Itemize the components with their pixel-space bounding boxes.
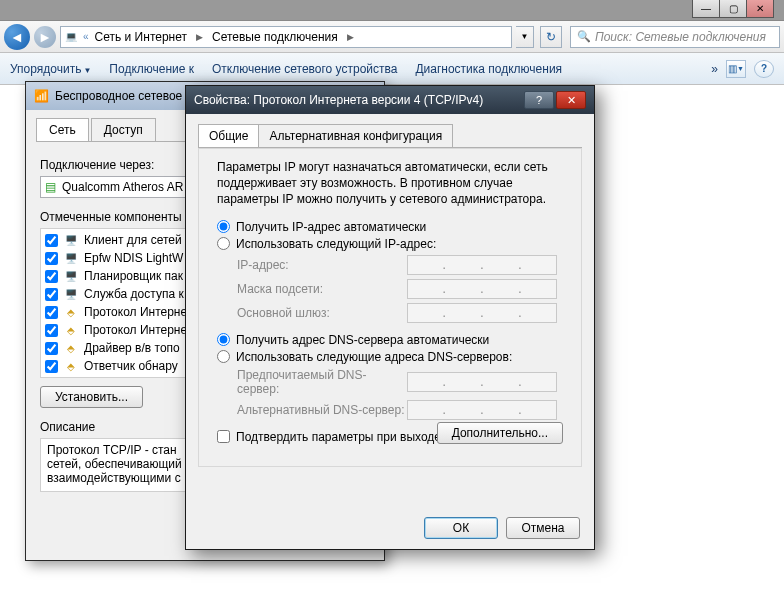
radio[interactable] xyxy=(217,220,230,233)
toolbar-overflow[interactable]: » xyxy=(711,62,718,76)
tabs: Общие Альтернативная конфигурация xyxy=(198,124,582,148)
dns2-label: Альтернативный DNS-сервер: xyxy=(237,403,407,417)
tab-alternative[interactable]: Альтернативная конфигурация xyxy=(258,124,453,147)
client-icon: 🖥️ xyxy=(64,233,78,247)
checkbox[interactable] xyxy=(45,252,58,265)
organize-menu[interactable]: Упорядочить▼ xyxy=(10,62,91,76)
advanced-button[interactable]: Дополнительно... xyxy=(437,422,563,444)
install-button[interactable]: Установить... xyxy=(40,386,143,408)
maximize-button[interactable]: ▢ xyxy=(719,0,747,18)
protocol-icon: ⬘ xyxy=(64,305,78,319)
dns1-input: ... xyxy=(407,372,557,392)
diagnose-button[interactable]: Диагностика подключения xyxy=(415,62,562,76)
forward-button[interactable]: ► xyxy=(34,26,56,48)
gateway-label: Основной шлюз: xyxy=(237,306,407,320)
radio[interactable] xyxy=(217,237,230,250)
dialog-title: Свойства: Протокол Интернета версии 4 (T… xyxy=(194,93,483,107)
adapter-name: Qualcomm Atheros AR xyxy=(62,180,183,194)
ip-auto-radio[interactable]: Получить IP-адрес автоматически xyxy=(217,220,563,234)
checkbox[interactable] xyxy=(45,288,58,301)
breadcrumb[interactable]: Сеть и Интернет xyxy=(95,30,187,44)
protocol-icon: ⬘ xyxy=(64,323,78,337)
dns-manual-radio[interactable]: Использовать следующие адреса DNS-сервер… xyxy=(217,350,563,364)
breadcrumb[interactable]: Сетевые подключения xyxy=(212,30,338,44)
checkbox[interactable] xyxy=(45,270,58,283)
checkbox[interactable] xyxy=(45,324,58,337)
checkbox[interactable] xyxy=(45,234,58,247)
help-icon[interactable]: ? xyxy=(754,60,774,78)
minimize-button[interactable]: — xyxy=(692,0,720,18)
tab-general[interactable]: Общие xyxy=(198,124,259,147)
address-dropdown[interactable]: ▼ xyxy=(516,26,534,48)
help-button[interactable]: ? xyxy=(524,91,554,109)
dialog-titlebar[interactable]: Свойства: Протокол Интернета версии 4 (T… xyxy=(186,86,594,114)
network-icon: 💻 xyxy=(65,31,77,42)
driver-icon: 🖥️ xyxy=(64,251,78,265)
window-controls: — ▢ ✕ xyxy=(693,0,774,20)
address-bar[interactable]: 💻 « Сеть и Интернет ▶ Сетевые подключени… xyxy=(60,26,512,48)
scheduler-icon: 🖥️ xyxy=(64,269,78,283)
checkbox[interactable] xyxy=(45,342,58,355)
validate-checkbox[interactable] xyxy=(217,430,230,443)
checkbox[interactable] xyxy=(45,306,58,319)
connect-to-button[interactable]: Подключение к xyxy=(109,62,194,76)
view-icon[interactable]: ▥▼ xyxy=(726,60,746,78)
ip-address-input: ... xyxy=(407,255,557,275)
responder-icon: ⬘ xyxy=(64,359,78,373)
ip-address-label: IP-адрес: xyxy=(237,258,407,272)
subnet-mask-input: ... xyxy=(407,279,557,299)
dialog-title: Беспроводное сетевое с xyxy=(55,89,192,103)
ok-button[interactable]: ОК xyxy=(424,517,498,539)
checkbox[interactable] xyxy=(45,360,58,373)
back-button[interactable]: ◄ xyxy=(4,24,30,50)
disable-device-button[interactable]: Отключение сетевого устройства xyxy=(212,62,397,76)
radio[interactable] xyxy=(217,350,230,363)
cancel-button[interactable]: Отмена xyxy=(506,517,580,539)
breadcrumb-root-icon: « xyxy=(83,31,89,42)
search-placeholder: Поиск: Сетевые подключения xyxy=(595,30,766,44)
subnet-mask-label: Маска подсети: xyxy=(237,282,407,296)
nav-bar: ◄ ► 💻 « Сеть и Интернет ▶ Сетевые подклю… xyxy=(0,21,784,53)
refresh-button[interactable]: ↻ xyxy=(540,26,562,48)
dns1-label: Предпочитаемый DNS-сервер: xyxy=(237,368,407,396)
chevron-right-icon[interactable]: ▶ xyxy=(193,32,206,42)
tab-access[interactable]: Доступ xyxy=(91,118,156,141)
service-icon: 🖥️ xyxy=(64,287,78,301)
help-text: Параметры IP могут назначаться автоматич… xyxy=(217,159,563,208)
chevron-right-icon[interactable]: ▶ xyxy=(344,32,357,42)
dns2-input: ... xyxy=(407,400,557,420)
driver-icon: ⬘ xyxy=(64,341,78,355)
radio[interactable] xyxy=(217,333,230,346)
signal-icon: 📶 xyxy=(34,89,49,103)
close-button[interactable]: ✕ xyxy=(746,0,774,18)
ipv4-properties-dialog: Свойства: Протокол Интернета версии 4 (T… xyxy=(185,85,595,550)
search-input[interactable]: Поиск: Сетевые подключения xyxy=(570,26,780,48)
gateway-input: ... xyxy=(407,303,557,323)
close-button[interactable]: ✕ xyxy=(556,91,586,109)
ip-manual-radio[interactable]: Использовать следующий IP-адрес: xyxy=(217,237,563,251)
dns-auto-radio[interactable]: Получить адрес DNS-сервера автоматически xyxy=(217,333,563,347)
tab-network[interactable]: Сеть xyxy=(36,118,89,141)
adapter-icon: ▤ xyxy=(45,180,56,194)
